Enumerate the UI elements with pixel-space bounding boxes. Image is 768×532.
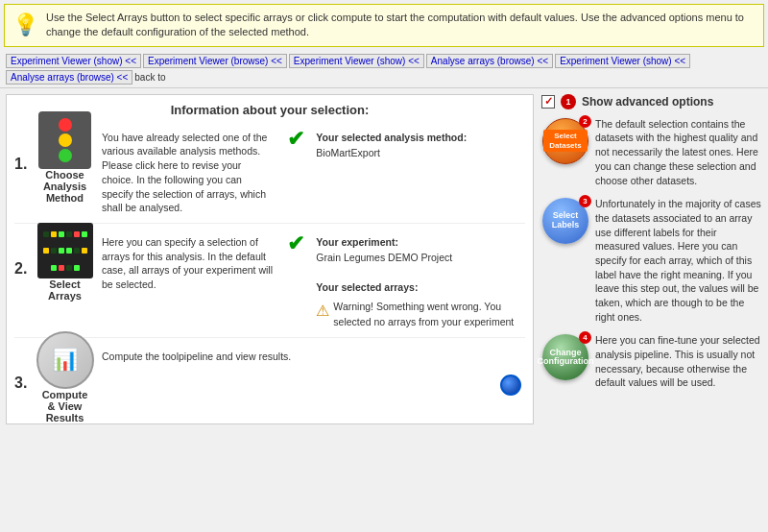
change-config-icon-wrapper: Change Configuration 4: [541, 333, 589, 381]
change-config-step-num: 4: [579, 331, 591, 344]
traffic-green: [59, 149, 72, 162]
step-icon-3: 📊 Compute & View Results: [34, 346, 96, 408]
checkmark-1: ✔: [287, 127, 304, 152]
traffic-yellow: [59, 133, 72, 147]
nav-link-5[interactable]: Experiment Viewer (show) <<: [555, 54, 690, 68]
advanced-header: 1 Show advanced options: [541, 94, 762, 109]
step-label-line2-1: Analysis Method: [34, 181, 96, 204]
step-icon-1: Choose Analysis Method: [34, 127, 96, 189]
select-datasets-step-num: 2: [579, 115, 591, 128]
result-value-2a: Grain Legumes DEMO Project: [316, 252, 452, 263]
step-row-3: 3. 📊 Compute & View Results Compute the …: [14, 346, 525, 416]
advanced-step-badge: 1: [561, 94, 576, 109]
info-text: Use the Select Arrays button to select s…: [46, 11, 756, 40]
step-label-2[interactable]: Select Arrays: [34, 223, 96, 302]
select-datasets-btn-label[interactable]: Select Datasets: [543, 130, 588, 152]
step-icon-2: Select Arrays: [34, 231, 96, 294]
warning-text: Warning! Something went wrong. You selec…: [333, 300, 525, 330]
nav-link-2[interactable]: Experiment Viewer (browse) <<: [143, 54, 287, 68]
nav-link-1[interactable]: Experiment Viewer (show) <<: [6, 54, 141, 68]
bulb-icon: 💡: [12, 12, 38, 37]
advanced-item-3: Change Configuration 4 Here you can fine…: [541, 333, 762, 390]
result-label-2b: Your selected arrays:: [316, 281, 418, 293]
show-advanced-checkbox[interactable]: [541, 95, 555, 109]
step-result-1: Your selected analysis method: BioMartEx…: [316, 127, 525, 161]
step-check-2: ✔: [281, 231, 310, 256]
step-description-2: Here you can specify a selection of arra…: [102, 231, 276, 292]
select-labels-step-num: 3: [579, 195, 591, 207]
select-labels-text: Unfortunately in the majority of cases t…: [595, 197, 762, 324]
select-datasets-icon-wrapper: Select Datasets 2: [541, 117, 589, 165]
step-label-line2-2: Arrays: [48, 290, 82, 302]
checkmark-2: ✔: [287, 231, 304, 256]
step-label-line1-2: Select: [49, 278, 80, 290]
step-row-2: 2.: [14, 231, 525, 339]
step-number-1: 1.: [14, 127, 28, 173]
advanced-item-1: Select Datasets 2 The default selection …: [541, 117, 762, 187]
step-row-1: 1. Choose Analysis Method You have alrea…: [14, 127, 525, 224]
arrays-icon[interactable]: [37, 223, 93, 278]
step-check-1: ✔: [281, 127, 310, 152]
step-label-line2-3: & View Results: [34, 400, 96, 423]
globe-icon[interactable]: [500, 375, 521, 396]
step-action-3: [496, 346, 525, 396]
change-config-text: Here you can fine-tune your selected ana…: [595, 333, 762, 390]
warning-box: ⚠ Warning! Something went wrong. You sel…: [316, 300, 525, 330]
right-panel: 1 Show advanced options Select Datasets …: [541, 94, 762, 425]
advanced-item-2: Select Labels 3 Unfortunately in the maj…: [541, 197, 762, 324]
step-number-2: 2.: [14, 231, 28, 278]
traffic-red: [59, 118, 72, 132]
step-label-1[interactable]: Choose Analysis Method: [34, 111, 96, 204]
step-label-3[interactable]: 📊 Compute & View Results: [34, 331, 96, 423]
nav-bar: Experiment Viewer (show) << Experiment V…: [0, 51, 768, 88]
select-labels-icon-wrapper: Select Labels 3: [541, 197, 589, 245]
advanced-title: Show advanced options: [582, 95, 713, 109]
info-bar: 💡 Use the Select Arrays button to select…: [4, 4, 764, 47]
select-labels-btn-label[interactable]: Select Labels: [542, 209, 588, 232]
compute-icon[interactable]: 📊: [36, 331, 94, 389]
change-config-btn-label[interactable]: Change Configuration: [536, 347, 596, 370]
step-number-3: 3.: [14, 346, 28, 392]
result-value-1: BioMartExport: [316, 147, 380, 158]
step-result-2: Your experiment: Grain Legumes DEMO Proj…: [316, 231, 525, 330]
result-label-1: Your selected analysis method:: [316, 132, 467, 143]
result-label-2a: Your experiment:: [316, 236, 398, 248]
nav-link-6[interactable]: Analyse arrays (browse) <<: [6, 70, 132, 85]
nav-link-4[interactable]: Analyse arrays (browse) <<: [426, 54, 553, 68]
nav-back-text: back to: [134, 72, 165, 83]
traffic-light-icon[interactable]: [38, 111, 91, 169]
select-datasets-text: The default selection contains the datas…: [595, 117, 762, 187]
step-label-line1-1: Choose: [45, 169, 84, 181]
main-content: Information about your selection: 1. Cho…: [0, 88, 768, 431]
nav-link-3[interactable]: Experiment Viewer (show) <<: [289, 54, 424, 68]
warning-icon: ⚠: [316, 300, 329, 323]
step-description-1: You have already selected one of the var…: [102, 127, 276, 215]
left-panel: Information about your selection: 1. Cho…: [6, 94, 534, 425]
step-description-3: Compute the toolpipeline and view result…: [102, 346, 491, 364]
step-label-line1-3: Compute: [42, 389, 88, 400]
